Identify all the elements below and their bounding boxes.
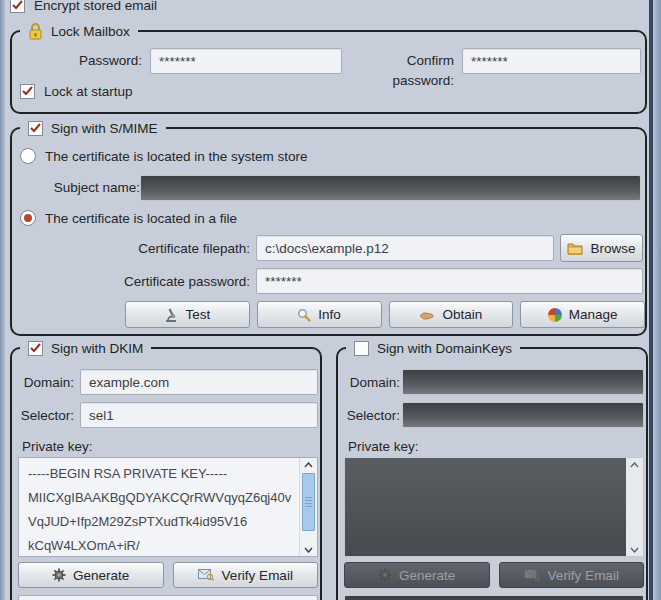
subject-name-label: Subject name: (20, 178, 140, 198)
domainkeys-group: Sign with DomainKeys Domain: Selector: P… (336, 347, 648, 600)
certificate-password-label: Certificate password: (20, 272, 250, 292)
domainkeys-generate-button-disabled: Generate (344, 562, 490, 588)
subject-name-field-disabled (140, 175, 641, 201)
checkmark-icon (30, 123, 41, 133)
certificate-filepath-label: Certificate filepath: (20, 239, 250, 259)
cert-system-store-label: The certificate is located in the system… (45, 149, 308, 164)
smime-group: Sign with S/MIME The certificate is loca… (10, 127, 647, 336)
lock-at-startup-checkbox[interactable] (20, 84, 35, 99)
dkim-domain-input[interactable] (80, 369, 318, 395)
dkim-verify-email-button[interactable]: Verify Email (173, 562, 319, 588)
sign-with-smime-checkbox[interactable] (28, 121, 43, 136)
password-label: Password: (22, 51, 142, 71)
smime-title: Sign with S/MIME (51, 121, 158, 136)
checkmark-icon (12, 0, 23, 10)
smime-buttons-row: Test Info Obtain (125, 301, 645, 328)
lock-at-startup-label: Lock at startup (44, 84, 133, 99)
domainkeys-generate-label: Generate (399, 568, 455, 583)
window-left-edge (0, 0, 5, 600)
domainkeys-verify-email-button-disabled: Verify Email (499, 562, 645, 588)
scroll-down-arrow-icon[interactable] (300, 543, 317, 556)
lock-at-startup-row[interactable]: Lock at startup (20, 82, 133, 100)
domainkeys-private-key-textarea-disabled (344, 457, 644, 557)
checkmark-icon (22, 86, 33, 96)
browse-button-label: Browse (590, 241, 635, 256)
cert-file-radio-row[interactable]: The certificate is located in a file (20, 209, 237, 227)
folder-icon (567, 242, 583, 255)
domainkeys-private-key-label: Private key: (348, 437, 419, 457)
sign-with-dkim-checkbox[interactable] (28, 341, 43, 356)
domainkeys-extra-field-cutoff (344, 595, 644, 600)
confirm-password-input[interactable] (462, 48, 641, 74)
domainkeys-title: Sign with DomainKeys (377, 341, 512, 356)
scroll-up-arrow-icon (626, 458, 643, 471)
email-magnifier-icon (524, 569, 541, 581)
test-button-label: Test (185, 307, 210, 322)
smime-legend[interactable]: Sign with S/MIME (20, 116, 166, 140)
email-security-settings-panel: Encrypt stored email Lock Mailbox Passwo… (0, 0, 661, 600)
lock-mailbox-title: Lock Mailbox (51, 24, 130, 39)
dkim-title: Sign with DKIM (51, 341, 143, 356)
pie-chart-icon (548, 308, 562, 322)
dkim-scrollbar[interactable] (299, 458, 317, 556)
gear-icon (52, 568, 66, 582)
cert-system-store-radio-row[interactable]: The certificate is located in the system… (20, 147, 308, 165)
manage-button[interactable]: Manage (520, 301, 645, 328)
microscope-icon (164, 308, 178, 322)
sign-with-domainkeys-checkbox[interactable] (354, 341, 369, 356)
domainkeys-legend[interactable]: Sign with DomainKeys (346, 336, 520, 360)
dkim-generate-label: Generate (73, 568, 129, 583)
dkim-legend[interactable]: Sign with DKIM (20, 336, 151, 360)
hand-icon (419, 309, 435, 321)
padlock-icon (28, 22, 43, 40)
domainkeys-private-key-text (345, 458, 626, 556)
confirm-password-label: Confirm password: (342, 51, 454, 91)
domainkeys-selector-field-disabled (402, 402, 644, 428)
obtain-button[interactable]: Obtain (389, 301, 514, 328)
dkim-extra-field-cutoff[interactable] (18, 595, 318, 600)
magnifier-icon (297, 308, 311, 322)
info-button[interactable]: Info (257, 301, 382, 328)
dkim-private-key-label: Private key: (22, 437, 93, 457)
manage-button-label: Manage (569, 307, 618, 322)
lock-mailbox-legend: Lock Mailbox (20, 19, 138, 43)
certificate-password-input[interactable] (256, 268, 643, 294)
gear-icon (378, 568, 392, 582)
domainkeys-domain-label: Domain: (344, 373, 400, 393)
dkim-group: Sign with DKIM Domain: Selector: Private… (10, 347, 322, 600)
cert-system-store-radio[interactable] (20, 148, 36, 164)
lock-mailbox-group: Lock Mailbox Password: Confirm password:… (10, 30, 647, 114)
cert-file-radio[interactable] (20, 210, 36, 226)
domainkeys-selector-label: Selector: (344, 406, 400, 426)
password-input[interactable] (150, 48, 342, 74)
dkim-generate-button[interactable]: Generate (18, 562, 164, 588)
scroll-up-arrow-icon[interactable] (300, 458, 317, 471)
encrypt-stored-email-checkbox[interactable] (10, 0, 25, 13)
window-right-edge (653, 0, 661, 600)
cert-file-label: The certificate is located in a file (45, 211, 237, 226)
dkim-private-key-text: -----BEGIN RSA PRIVATE KEY----- MIICXgIB… (19, 458, 299, 556)
dkim-buttons-row: Generate Verify Email (18, 562, 318, 588)
info-button-label: Info (318, 307, 341, 322)
domainkeys-scrollbar (626, 458, 643, 556)
dkim-selector-input[interactable] (80, 402, 318, 428)
scroll-down-arrow-icon (626, 543, 643, 556)
domainkeys-domain-field-disabled (402, 369, 644, 395)
certificate-filepath-input[interactable] (256, 235, 554, 261)
dkim-private-key-textarea[interactable]: -----BEGIN RSA PRIVATE KEY----- MIICXgIB… (18, 457, 318, 557)
domainkeys-verify-email-label: Verify Email (548, 568, 619, 583)
dkim-scrollbar-thumb[interactable] (302, 473, 315, 531)
test-button[interactable]: Test (125, 301, 250, 328)
dkim-domain-label: Domain: (18, 373, 74, 393)
browse-button[interactable]: Browse (560, 234, 643, 262)
encrypt-stored-email-row[interactable]: Encrypt stored email (10, 0, 157, 14)
dkim-verify-email-label: Verify Email (222, 568, 293, 583)
checkmark-icon (30, 343, 41, 353)
dkim-selector-label: Selector: (18, 406, 74, 426)
encrypt-stored-email-label: Encrypt stored email (34, 0, 157, 13)
domainkeys-buttons-row: Generate Verify Email (344, 562, 644, 588)
obtain-button-label: Obtain (442, 307, 482, 322)
email-magnifier-icon (198, 569, 215, 581)
